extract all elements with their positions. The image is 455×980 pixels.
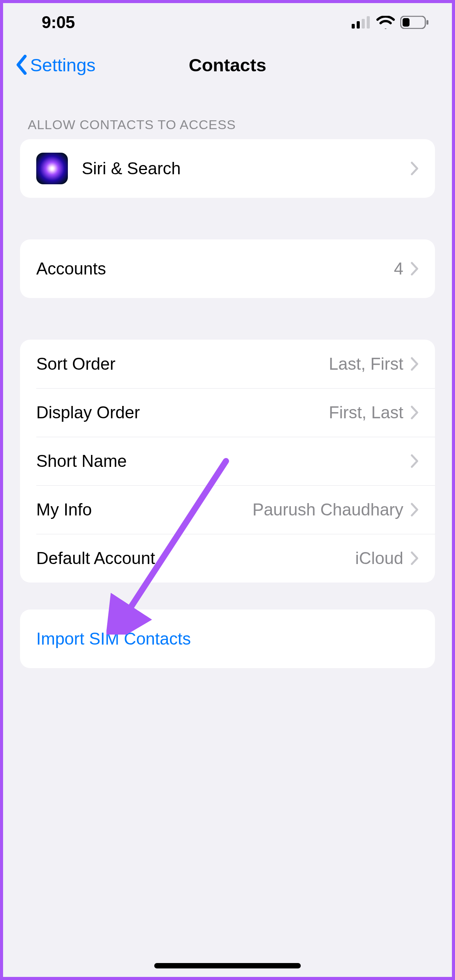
home-indicator[interactable] (154, 963, 301, 968)
chevron-right-icon (410, 357, 419, 371)
cellular-icon (352, 16, 371, 29)
import-sim-label: Import SIM Contacts (36, 629, 419, 648)
chevron-left-icon (15, 55, 29, 75)
wifi-icon (376, 16, 395, 29)
accounts-label: Accounts (36, 259, 394, 278)
short-name-row[interactable]: Short Name (20, 437, 435, 485)
svg-rect-5 (403, 18, 410, 27)
sort-order-label: Sort Order (36, 354, 329, 374)
display-order-value: First, Last (329, 403, 403, 422)
siri-icon (36, 153, 68, 184)
contacts-settings-screen: 9:05 Settings Contact (0, 0, 455, 980)
allow-access-header: ALLOW CONTACTS TO ACCESS (3, 88, 452, 139)
accounts-row[interactable]: Accounts 4 (20, 239, 435, 298)
siri-group: Siri & Search (20, 139, 435, 198)
sort-order-value: Last, First (329, 354, 403, 374)
back-label: Settings (30, 54, 96, 76)
nav-bar: Settings Contacts (3, 42, 452, 88)
import-sim-group: Import SIM Contacts (20, 610, 435, 668)
short-name-label: Short Name (36, 451, 410, 471)
my-info-row[interactable]: My Info Paurush Chaudhary (20, 485, 435, 534)
import-sim-row[interactable]: Import SIM Contacts (20, 610, 435, 668)
svg-rect-6 (426, 20, 428, 25)
svg-rect-3 (367, 16, 370, 29)
chevron-right-icon (410, 454, 419, 468)
back-button[interactable]: Settings (15, 54, 96, 76)
status-time: 9:05 (42, 13, 75, 32)
chevron-right-icon (410, 406, 419, 419)
chevron-right-icon (410, 503, 419, 517)
display-order-label: Display Order (36, 403, 329, 422)
status-indicators (352, 16, 429, 29)
chevron-right-icon (410, 551, 419, 565)
display-order-row[interactable]: Display Order First, Last (20, 388, 435, 437)
accounts-count: 4 (394, 259, 403, 278)
svg-rect-0 (352, 24, 355, 29)
siri-label: Siri & Search (82, 159, 410, 178)
my-info-value: Paurush Chaudhary (253, 500, 403, 519)
accounts-group: Accounts 4 (20, 239, 435, 298)
default-account-value: iCloud (355, 549, 403, 568)
battery-icon (400, 16, 429, 29)
default-account-row[interactable]: Default Account iCloud (20, 534, 435, 583)
default-account-label: Default Account (36, 549, 355, 568)
chevron-right-icon (410, 262, 419, 276)
my-info-label: My Info (36, 500, 253, 519)
siri-search-row[interactable]: Siri & Search (20, 139, 435, 198)
svg-rect-1 (357, 21, 360, 29)
chevron-right-icon (410, 162, 419, 175)
contact-settings-group: Sort Order Last, First Display Order Fir… (20, 340, 435, 583)
svg-rect-2 (362, 19, 365, 29)
status-bar: 9:05 (3, 3, 452, 42)
sort-order-row[interactable]: Sort Order Last, First (20, 340, 435, 388)
